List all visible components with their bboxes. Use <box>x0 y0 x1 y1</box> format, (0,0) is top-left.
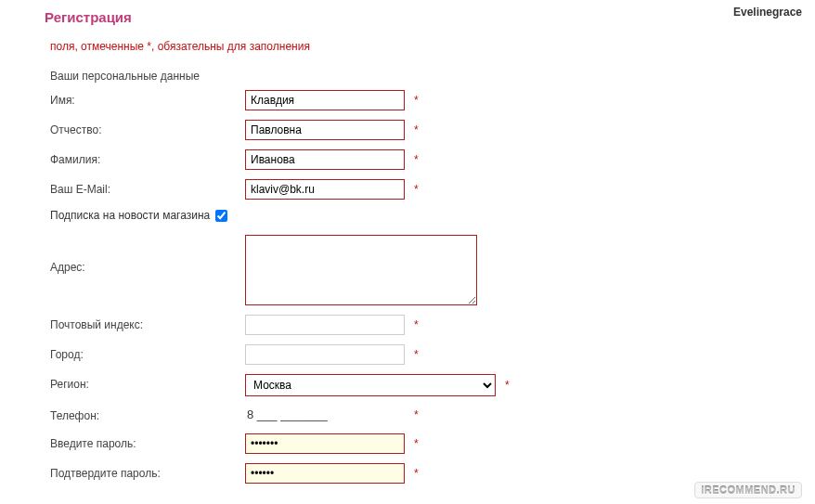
patronymic-input[interactable] <box>245 120 405 140</box>
password-input[interactable] <box>245 433 405 454</box>
address-textarea[interactable] <box>245 235 477 305</box>
row-password-confirm: Подтвердите пароль: * <box>45 463 815 484</box>
row-region: Регион: Москва * <box>45 374 815 396</box>
required-mark: * <box>414 123 419 136</box>
postal-input[interactable] <box>245 315 405 335</box>
required-mark: * <box>414 94 419 107</box>
label-email: Ваш E-Mail: <box>45 179 245 196</box>
required-mark: * <box>414 467 419 480</box>
label-city: Город: <box>45 344 245 361</box>
page-title: Регистрация <box>45 9 815 25</box>
registration-form: Регистрация поля, отмеченные *, обязател… <box>0 0 815 484</box>
first-name-input[interactable] <box>245 90 405 110</box>
required-mark: * <box>414 408 419 421</box>
required-mark: * <box>414 437 419 450</box>
row-last-name: Фамилия: * <box>45 149 815 170</box>
required-mark: * <box>414 183 419 196</box>
label-region: Регион: <box>45 374 245 391</box>
row-subscribe: Подписка на новости магазина <box>50 209 815 222</box>
label-password-confirm: Подтвердите пароль: <box>45 463 245 480</box>
required-mark: * <box>505 379 510 392</box>
label-password: Введите пароль: <box>45 433 245 450</box>
row-postal: Почтовый индекс: * <box>45 315 815 335</box>
email-input[interactable] <box>245 179 405 200</box>
city-input[interactable] <box>245 344 405 365</box>
required-mark: * <box>414 348 419 361</box>
row-patronymic: Отчество: * <box>45 120 815 140</box>
phone-input[interactable] <box>245 406 405 424</box>
row-first-name: Имя: * <box>45 90 815 110</box>
required-fields-note: поля, отмеченные *, обязательны для запо… <box>50 40 815 53</box>
last-name-input[interactable] <box>245 149 405 170</box>
row-password: Введите пароль: * <box>45 433 815 454</box>
label-patronymic: Отчество: <box>45 120 245 136</box>
row-city: Город: * <box>45 344 815 365</box>
section-personal-data: Ваши персональные данные <box>50 70 815 83</box>
label-first-name: Имя: <box>45 90 245 107</box>
watermark-user: Evelinegrace <box>733 6 802 19</box>
watermark-site: IRECOMMEND.RU <box>694 482 802 498</box>
required-mark: * <box>414 318 419 331</box>
password-confirm-input[interactable] <box>245 463 405 484</box>
label-subscribe: Подписка на новости магазина <box>50 209 210 222</box>
row-phone: Телефон: * <box>45 406 815 424</box>
label-last-name: Фамилия: <box>45 149 245 166</box>
label-address: Адрес: <box>45 235 245 274</box>
label-phone: Телефон: <box>45 406 245 422</box>
required-mark: * <box>414 153 419 166</box>
row-email: Ваш E-Mail: * <box>45 179 815 200</box>
row-address: Адрес: <box>45 235 815 305</box>
subscribe-checkbox[interactable] <box>215 210 227 222</box>
label-postal: Почтовый индекс: <box>45 315 245 331</box>
region-select[interactable]: Москва <box>245 374 496 396</box>
